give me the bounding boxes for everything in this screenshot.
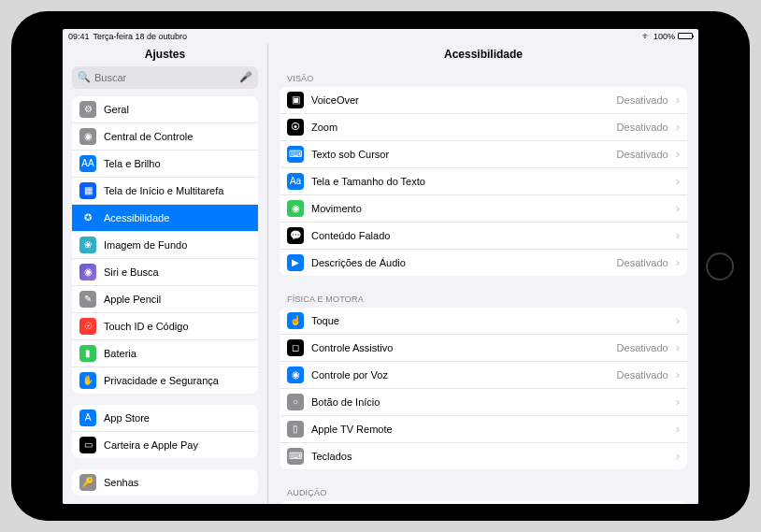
chevron-right-icon: › xyxy=(676,449,680,463)
general-icon: ⚙ xyxy=(79,101,96,118)
voicecontrol-icon: ◉ xyxy=(287,367,304,383)
detail-row-hearing[interactable]: 👂Dispositivos Auditivos› xyxy=(280,501,687,504)
sidebar-item-pencil[interactable]: ✎Apple Pencil xyxy=(72,286,258,313)
wifi-icon: ᯤ xyxy=(642,32,651,41)
assistive-icon: ◻ xyxy=(287,339,304,356)
accessibility-icon: ✪ xyxy=(79,209,96,226)
chevron-right-icon: › xyxy=(676,120,680,134)
section-header: FÍSICA E MOTORA xyxy=(280,287,687,308)
sidebar-item-home-multitask[interactable]: ▦Tela de Início e Multitarefa xyxy=(72,178,258,205)
detail-pane: Acessibilidade VISÃO▣VoiceOverDesativado… xyxy=(268,44,698,504)
detail-row-label: Teclados xyxy=(311,451,668,462)
detail-row-touch[interactable]: ☝Toque› xyxy=(280,308,687,335)
detail-row-label: Descrições de Áudio xyxy=(311,257,610,268)
search-icon: 🔍 xyxy=(78,71,91,83)
touch-icon: ☝ xyxy=(287,312,304,329)
sidebar-item-wallet[interactable]: ▭Carteira e Apple Pay xyxy=(72,432,258,458)
chevron-right-icon: › xyxy=(676,367,680,381)
sidebar-item-siri[interactable]: ◉Siri e Busca xyxy=(72,259,258,286)
status-text: Desativado xyxy=(617,257,668,268)
mic-icon[interactable]: 🎤 xyxy=(239,71,252,83)
status-text: Desativado xyxy=(617,122,668,133)
status-text: Desativado xyxy=(617,94,668,106)
sidebar-title: Ajustes xyxy=(63,44,267,66)
chevron-right-icon: › xyxy=(676,93,680,107)
sidebar-item-label: Geral xyxy=(104,104,251,115)
detail-row-homebtn[interactable]: ○Botão de Início› xyxy=(280,389,687,416)
control-center-icon: ◉ xyxy=(79,128,96,145)
sidebar-item-label: Acessibilidade xyxy=(104,212,251,223)
search-field[interactable]: 🔍 🎤 xyxy=(72,66,258,89)
detail-row-voiceover[interactable]: ▣VoiceOverDesativado› xyxy=(280,87,687,114)
status-bar: 09:41 Terça-feira 18 de outubro ᯤ 100% xyxy=(63,29,698,44)
detail-row-label: Apple TV Remote xyxy=(311,424,668,435)
detail-row-hover[interactable]: ⌨Texto sob CursorDesativado› xyxy=(280,141,687,168)
appstore-icon: A xyxy=(79,410,96,426)
chevron-right-icon: › xyxy=(676,255,680,269)
sidebar-item-label: Apple Pencil xyxy=(104,294,251,305)
detail-row-motion[interactable]: ◉Movimento› xyxy=(280,195,687,223)
sidebar-item-display[interactable]: AATela e Brilho xyxy=(72,151,258,178)
detail-row-label: Tela e Tamanho do Texto xyxy=(311,176,668,187)
sidebar-item-general[interactable]: ⚙Geral xyxy=(72,96,258,123)
sidebar-item-appstore[interactable]: AApp Store xyxy=(72,405,258,432)
detail-row-zoom[interactable]: ⦿ZoomDesativado› xyxy=(280,114,687,141)
sidebar-item-label: Bateria xyxy=(104,348,251,359)
chevron-right-icon: › xyxy=(676,174,680,188)
battery-percent: 100% xyxy=(653,32,675,41)
battery-icon: ▮ xyxy=(79,345,96,362)
sidebar-item-label: Tela de Início e Multitarefa xyxy=(104,185,251,196)
detail-row-audiodesc[interactable]: ▶Descrições de ÁudioDesativado› xyxy=(280,250,687,276)
detail-row-spoken[interactable]: 💬Conteúdo Falado› xyxy=(280,223,687,250)
section-header: VISÃO xyxy=(280,66,687,87)
siri-icon: ◉ xyxy=(79,264,96,280)
detail-row-assistive[interactable]: ◻Controle AssistivoDesativado› xyxy=(280,335,687,362)
spoken-icon: 💬 xyxy=(287,227,304,244)
detail-list[interactable]: VISÃO▣VoiceOverDesativado›⦿ZoomDesativad… xyxy=(268,66,698,504)
status-date: Terça-feira 18 de outubro xyxy=(93,32,188,41)
search-input[interactable] xyxy=(94,72,236,83)
ipad-device: 09:41 Terça-feira 18 de outubro ᯤ 100% A… xyxy=(11,11,750,521)
detail-row-label: Controle por Voz xyxy=(311,369,610,381)
voiceover-icon: ▣ xyxy=(287,92,304,108)
detail-row-label: Toque xyxy=(311,315,668,326)
detail-row-label: Controle Assistivo xyxy=(311,342,610,353)
sidebar-item-passwords[interactable]: 🔑Senhas xyxy=(72,469,258,496)
status-text: Desativado xyxy=(617,149,668,160)
chevron-right-icon: › xyxy=(676,228,680,242)
chevron-right-icon: › xyxy=(676,340,680,354)
detail-row-label: Zoom xyxy=(311,122,610,133)
battery-icon xyxy=(678,33,693,39)
chevron-right-icon: › xyxy=(676,395,680,409)
detail-row-tvremote[interactable]: ▯Apple TV Remote› xyxy=(280,416,687,443)
detail-row-voicecontrol[interactable]: ◉Controle por VozDesativado› xyxy=(280,362,687,389)
home-button[interactable] xyxy=(706,252,734,280)
sidebar-list[interactable]: ⚙Geral◉Central de ControleAATela e Brilh… xyxy=(63,96,267,504)
sidebar-item-battery[interactable]: ▮Bateria xyxy=(72,340,258,367)
chevron-right-icon: › xyxy=(676,422,680,436)
sidebar-item-control-center[interactable]: ◉Central de Controle xyxy=(72,123,258,151)
keyboards-icon: ⌨ xyxy=(287,448,304,465)
tvremote-icon: ▯ xyxy=(287,421,304,438)
passwords-icon: 🔑 xyxy=(79,474,96,491)
sidebar-item-wallpaper[interactable]: ❀Imagem de Fundo xyxy=(72,232,258,259)
home-multitask-icon: ▦ xyxy=(79,182,96,199)
detail-row-label: Texto sob Cursor xyxy=(311,149,610,160)
sidebar-item-accessibility[interactable]: ✪Acessibilidade xyxy=(72,205,258,232)
sidebar-item-label: Imagem de Fundo xyxy=(104,239,251,251)
chevron-right-icon: › xyxy=(676,201,680,215)
wallpaper-icon: ❀ xyxy=(79,237,96,253)
detail-row-keyboards[interactable]: ⌨Teclados› xyxy=(280,443,687,469)
sidebar: Ajustes 🔍 🎤 ⚙Geral◉Central de ControleAA… xyxy=(63,44,268,504)
display-icon: AA xyxy=(79,155,96,172)
detail-row-label: Conteúdo Falado xyxy=(311,230,668,241)
sidebar-item-touchid[interactable]: ☉Touch ID e Código xyxy=(72,313,258,340)
zoom-icon: ⦿ xyxy=(287,119,304,136)
detail-title: Acessibilidade xyxy=(268,44,698,66)
detail-row-textsize[interactable]: AaTela e Tamanho do Texto› xyxy=(280,168,687,195)
sidebar-item-privacy[interactable]: ✋Privacidade e Segurança xyxy=(72,367,258,394)
chevron-right-icon: › xyxy=(676,313,680,327)
sidebar-item-label: Central de Controle xyxy=(104,131,251,142)
audiodesc-icon: ▶ xyxy=(287,254,304,271)
sidebar-item-label: App Store xyxy=(104,412,251,424)
